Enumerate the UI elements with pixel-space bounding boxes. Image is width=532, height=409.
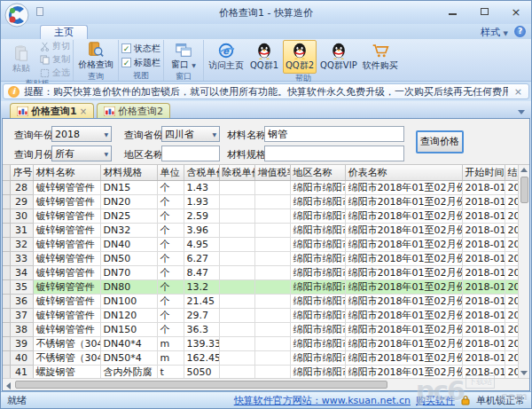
table-cell[interactable]: 绵阳市2018年01至02月份材料信息 [345,251,462,265]
table-cell[interactable]: 绵阳市绵阳市 [290,223,345,237]
table-cell[interactable]: DN20 [100,194,157,208]
table-cell[interactable]: 个 [157,208,184,223]
table-cell[interactable] [254,223,290,237]
table-cell[interactable]: DN100 [100,294,157,308]
row-number-cell[interactable]: 30 [10,208,33,223]
table-cell[interactable]: 绵阳市绵阳市 [290,194,345,208]
qq-group2-button[interactable]: QQ群2 [283,40,317,74]
table-cell[interactable]: 个 [157,251,184,265]
column-header[interactable]: 序号 [10,165,33,180]
row-number-cell[interactable]: 31 [10,223,33,237]
column-header[interactable]: 增值税率 [254,165,290,180]
table-row[interactable]: 34镀锌钢管管件DN70个8.47绵阳市绵阳市绵阳市2018年01至02月份材料… [3,265,518,279]
table-cell[interactable]: 139.33 [184,336,219,350]
table-cell[interactable]: 36.3 [184,322,219,336]
table-cell[interactable]: 绵阳市绵阳市 [290,237,345,251]
table-cell[interactable]: 个 [157,237,184,251]
table-cell[interactable] [219,265,254,279]
table-row[interactable]: 41螺旋钢管含内外防腐t5050绵阳市绵阳市绵阳市2018年01至02月份材料信… [3,365,518,378]
table-cell[interactable]: 个 [157,180,184,194]
table-cell[interactable] [219,308,254,322]
table-cell[interactable]: 绵阳市绵阳市 [290,365,345,378]
table-cell[interactable] [254,308,290,322]
table-cell[interactable]: 2018-01-01 [462,194,505,208]
paste-button[interactable]: 粘贴 [4,43,38,75]
table-cell[interactable]: 绵阳市2018年01至02月份材料信息 [345,223,462,237]
column-header[interactable]: 结束 [505,165,518,180]
column-header[interactable]: 开始时间 [462,165,505,180]
table-cell[interactable]: 绵阳市2018年01至02月份材料信息 [345,336,462,350]
table-cell[interactable]: 2018-01-01 [462,223,505,237]
table-cell[interactable] [254,194,290,208]
table-row[interactable]: 31镀锌钢管管件DN32个3.96绵阳市绵阳市绵阳市2018年01至02月份材料… [3,223,518,237]
column-header[interactable]: 除税单价 [219,165,254,180]
app-logo-icon[interactable] [4,3,29,28]
column-header[interactable]: 单位 [157,165,184,180]
table-cell[interactable]: DN40 [100,237,157,251]
table-cell[interactable]: 绵阳市绵阳市 [290,208,345,223]
table-cell[interactable]: 镀锌钢管管件 [33,237,100,251]
table-cell[interactable]: 螺旋钢管 [33,365,100,378]
table-cell[interactable]: 绵阳市2018年01至02月份材料信息 [345,279,462,294]
table-cell[interactable]: 镀锌钢管管件 [33,251,100,265]
table-cell[interactable]: DN50*4 [100,350,157,365]
row-number-cell[interactable]: 28 [10,180,33,194]
price-query-button[interactable]: 价格查询 [76,40,115,72]
table-cell[interactable]: 2018-01-01 [462,294,505,308]
table-row[interactable]: 37镀锌钢管管件DN120个29.7绵阳市绵阳市绵阳市2018年01至02月份材… [3,308,518,322]
minimize-button[interactable] [442,4,462,19]
year-select[interactable]: 2018▼ [51,126,112,142]
row-number-cell[interactable]: 34 [10,265,33,279]
table-cell[interactable]: DN40*4 [100,336,157,350]
table-cell[interactable] [254,336,290,350]
row-number-cell[interactable]: 41 [10,365,33,378]
table-cell[interactable] [219,279,254,294]
scroll-up-icon[interactable] [520,168,528,172]
table-cell[interactable]: DN32 [100,223,157,237]
table-cell[interactable]: 镀锌钢管管件 [33,208,100,223]
table-cell[interactable]: 绵阳市2018年01至02月份材料信息 [345,194,462,208]
table-cell[interactable]: 绵阳市绵阳市 [290,180,345,194]
table-cell[interactable]: 6.27 [184,251,219,265]
table-cell[interactable]: 2018-01-01 [462,336,505,350]
table-cell[interactable]: 绵阳市绵阳市 [290,265,345,279]
column-header[interactable]: 价表名称 [345,165,462,180]
table-row[interactable]: 28镀锌钢管管件DN15个1.43绵阳市绵阳市绵阳市2018年01至02月份材料… [3,180,518,194]
province-select[interactable]: 四川省▼ [161,126,220,142]
horizontal-scrollbar[interactable] [3,378,529,390]
table-cell[interactable]: 不锈钢管（304材... [33,336,100,350]
table-cell[interactable] [254,251,290,265]
query-price-button[interactable]: 查询价格 [416,130,464,153]
table-cell[interactable] [254,350,290,365]
table-cell[interactable] [219,237,254,251]
table-row[interactable]: 38镀锌钢管管件DN150个36.3绵阳市绵阳市绵阳市2018年01至02月份材… [3,322,518,336]
buy-software-link[interactable]: 购买软件 [416,394,455,407]
checkbox-checked-icon[interactable]: ✓ [121,58,131,67]
vertical-scrollbar[interactable] [518,165,529,378]
table-cell[interactable]: 2018 [505,265,518,279]
table-cell[interactable] [219,251,254,265]
table-cell[interactable]: 2018 [505,223,518,237]
tab-close-icon[interactable]: × [80,106,87,116]
tab-home[interactable]: 主页 [40,25,88,39]
table-row[interactable]: 33镀锌钢管管件DN50个6.27绵阳市绵阳市绵阳市2018年01至02月份材料… [3,251,518,265]
table-row[interactable]: 36镀锌钢管管件DN100个21.45绵阳市绵阳市绵阳市2018年01至02月份… [3,294,518,308]
vertical-scroll-thumb[interactable] [520,177,528,203]
row-number-cell[interactable]: 35 [10,279,33,294]
table-cell[interactable] [219,336,254,350]
table-cell[interactable]: 2018 [505,279,518,294]
table-cell[interactable]: 镀锌钢管管件 [33,308,100,322]
table-cell[interactable]: m [157,336,184,350]
help-icon[interactable]: ? [514,26,526,37]
table-cell[interactable]: 镀锌钢管管件 [33,223,100,237]
row-number-cell[interactable]: 38 [10,322,33,336]
table-cell[interactable]: 29.7 [184,308,219,322]
row-number-cell[interactable]: 32 [10,237,33,251]
table-cell[interactable]: 绵阳市2018年01至02月份材料信息 [345,180,462,194]
style-menu-button[interactable]: 样式 ▼ [481,26,508,39]
table-cell[interactable]: 2018-01-01 [462,322,505,336]
window-button[interactable]: 窗口 ▼ [167,40,200,72]
visit-homepage-button[interactable]: e 访问主页 [207,41,246,73]
cut-button[interactable]: 剪切 [40,40,70,52]
table-cell[interactable] [254,237,290,251]
